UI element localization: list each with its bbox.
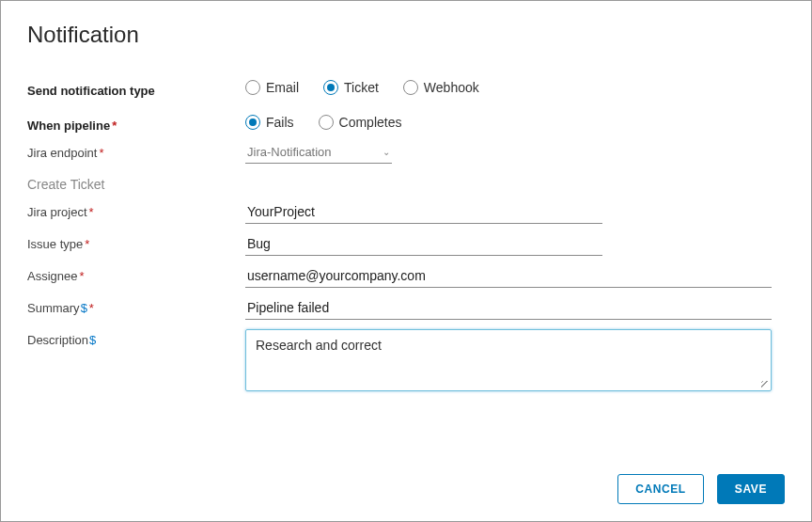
required-asterisk: * [89, 205, 94, 219]
chevron-down-icon: ⌄ [383, 147, 390, 157]
label-summary-text: Summary [27, 301, 80, 315]
variable-icon: $ [81, 301, 87, 315]
label-description-text: Description [27, 333, 88, 347]
label-jira-project: Jira project* [27, 201, 245, 219]
description-textarea[interactable]: Research and correct [245, 329, 772, 391]
required-asterisk: * [89, 301, 94, 315]
assignee-input[interactable] [245, 265, 772, 288]
radio-circle-icon [245, 80, 260, 95]
radio-ticket-label: Ticket [344, 80, 379, 95]
label-send-type: Send notification type [27, 80, 245, 98]
required-asterisk: * [79, 269, 84, 283]
label-jira-project-text: Jira project [27, 205, 87, 219]
label-assignee-text: Assignee [27, 269, 77, 283]
label-description: Description$ [27, 329, 245, 347]
row-when-pipeline: When pipeline* Fails Completes [27, 115, 785, 133]
label-create-ticket: Create Ticket [27, 173, 245, 192]
radio-ticket[interactable]: Ticket [323, 80, 379, 95]
label-issue-type-text: Issue type [27, 237, 83, 251]
jira-project-input[interactable] [245, 201, 602, 224]
row-jira-endpoint: Jira endpoint* Jira-Notification ⌄ [27, 142, 785, 164]
radio-circle-icon [319, 115, 334, 130]
radio-completes-label: Completes [339, 115, 402, 130]
label-assignee: Assignee* [27, 265, 245, 283]
radio-webhook-label: Webhook [424, 80, 479, 95]
save-button[interactable]: SAVE [717, 474, 785, 504]
radio-fails-label: Fails [266, 115, 294, 130]
radio-group-when-pipeline: Fails Completes [245, 115, 785, 130]
radio-email[interactable]: Email [245, 80, 299, 95]
cancel-button[interactable]: CANCEL [617, 474, 704, 504]
radio-completes[interactable]: Completes [319, 115, 402, 130]
required-asterisk: * [112, 119, 117, 133]
row-assignee: Assignee* [27, 265, 785, 288]
row-description: Description$ Research and correct [27, 329, 785, 391]
label-issue-type: Issue type* [27, 233, 245, 251]
notification-panel: Notification Send notification type Emai… [0, 0, 812, 522]
radio-circle-icon [403, 80, 418, 95]
radio-circle-icon [245, 115, 260, 130]
label-when-pipeline-text: When pipeline [27, 119, 110, 133]
summary-input[interactable] [245, 297, 772, 320]
footer-actions: CANCEL SAVE [617, 474, 785, 504]
radio-fails[interactable]: Fails [245, 115, 294, 130]
label-summary: Summary$* [27, 297, 245, 315]
label-jira-endpoint: Jira endpoint* [27, 142, 245, 160]
issue-type-input[interactable] [245, 233, 602, 256]
radio-group-send-type: Email Ticket Webhook [245, 80, 785, 95]
page-title: Notification [27, 22, 785, 48]
required-asterisk: * [99, 146, 103, 160]
label-when-pipeline: When pipeline* [27, 115, 245, 133]
radio-webhook[interactable]: Webhook [403, 80, 479, 95]
row-create-ticket: Create Ticket [27, 173, 785, 192]
required-asterisk: * [85, 237, 89, 251]
label-jira-endpoint-text: Jira endpoint [27, 146, 97, 160]
row-issue-type: Issue type* [27, 233, 785, 256]
row-jira-project: Jira project* [27, 201, 785, 224]
radio-email-label: Email [266, 80, 299, 95]
row-send-type: Send notification type Email Ticket Webh… [27, 80, 785, 98]
radio-circle-icon [323, 80, 338, 95]
row-summary: Summary$* [27, 297, 785, 320]
variable-icon: $ [89, 333, 96, 347]
jira-endpoint-select[interactable]: Jira-Notification ⌄ [245, 142, 392, 164]
jira-endpoint-value: Jira-Notification [247, 145, 332, 159]
